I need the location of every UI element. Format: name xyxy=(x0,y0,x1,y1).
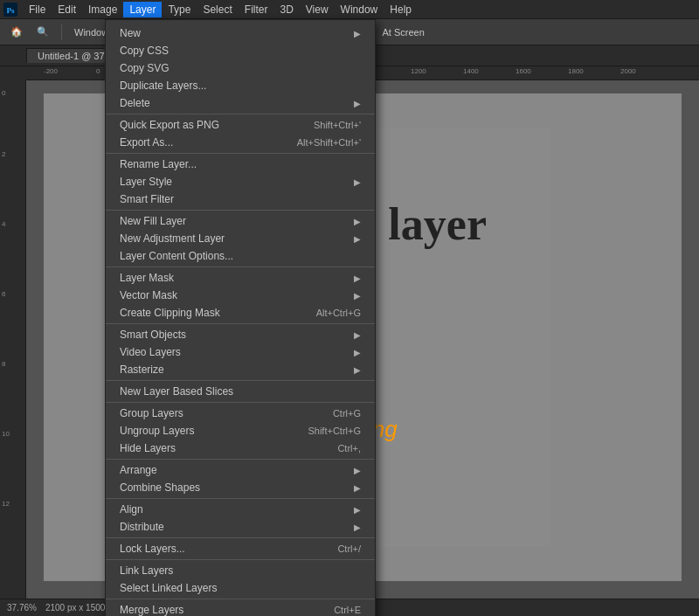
menu-item-clipping-mask[interactable]: Create Clipping Mask Alt+Ctrl+G xyxy=(106,304,375,322)
svg-text:Ps: Ps xyxy=(7,6,15,15)
menu-item-layer-mask[interactable]: Layer Mask ▶ xyxy=(106,269,375,287)
ruler-vmark: 0 xyxy=(2,89,5,97)
menu-filter[interactable]: Filter xyxy=(239,2,274,17)
ruler-mark: 1800 xyxy=(568,67,584,75)
menu-item-select-linked[interactable]: Select Linked Layers xyxy=(106,579,375,597)
menu-item-layer-style[interactable]: Layer Style ▶ xyxy=(106,173,375,190)
menu-item-new[interactable]: New ▶ xyxy=(106,24,375,42)
menu-item-copy-svg[interactable]: Copy SVG xyxy=(106,59,375,77)
menu-item-new-adjustment[interactable]: New Adjustment Layer ▶ xyxy=(106,230,375,247)
menu-section-8: Group Layers Ctrl+G Ungroup Layers Shift… xyxy=(106,403,375,460)
menu-section-2: Quick Export as PNG Shift+Ctrl+' Export … xyxy=(106,114,375,154)
ruler-vmark: 6 xyxy=(2,290,5,298)
menu-item-new-fill[interactable]: New Fill Layer ▶ xyxy=(106,212,375,230)
home-button[interactable]: 🏠 xyxy=(5,24,28,39)
menu-3d[interactable]: 3D xyxy=(273,2,299,17)
menu-item-new-layer-slices[interactable]: New Layer Based Slices xyxy=(106,383,375,400)
ruler-vmark: 12 xyxy=(2,500,10,508)
ruler-vmark: 10 xyxy=(2,430,10,438)
menu-item-lock-layers[interactable]: Lock Layers... Ctrl+/ xyxy=(106,540,375,557)
menu-section-3: Rename Layer... Layer Style ▶ Smart Filt… xyxy=(106,154,375,211)
menu-item-distribute[interactable]: Distribute ▶ xyxy=(106,518,375,536)
menu-item-video-layers[interactable]: Video Layers ▶ xyxy=(106,343,375,361)
ruler-vmark: 2 xyxy=(2,150,5,158)
toolbar-separator xyxy=(61,24,62,40)
ruler-mark: -200 xyxy=(44,67,58,75)
menu-item-copy-css[interactable]: Copy CSS xyxy=(106,42,375,59)
menu-edit[interactable]: Edit xyxy=(52,2,82,17)
menu-item-delete[interactable]: Delete ▶ xyxy=(106,94,375,112)
menu-item-link-layers[interactable]: Link Layers xyxy=(106,562,375,579)
menu-help[interactable]: Help xyxy=(384,2,418,17)
menu-section-12: Link Layers Select Linked Layers xyxy=(106,560,375,599)
menu-section-13: Merge Layers Ctrl+E Merge Visible Shift+… xyxy=(106,599,375,616)
menu-item-ungroup-layers[interactable]: Ungroup Layers Shift+Ctrl+G xyxy=(106,422,375,440)
menu-window[interactable]: Window xyxy=(335,2,384,17)
menu-file[interactable]: File xyxy=(23,2,52,17)
layer-dropdown-menu: New ▶ Copy CSS Copy SVG Duplicate Layers… xyxy=(105,19,376,616)
menu-section-9: Arrange ▶ Combine Shapes ▶ xyxy=(106,460,375,499)
ruler-vmark: 8 xyxy=(2,360,5,368)
ruler-vmark: 4 xyxy=(2,220,5,228)
menu-item-rasterize[interactable]: Rasterize ▶ xyxy=(106,361,375,378)
menu-layer[interactable]: Layer xyxy=(123,2,162,17)
menu-view[interactable]: View xyxy=(300,2,335,17)
menu-section-11: Lock Layers... Ctrl+/ xyxy=(106,538,375,560)
menu-section-4: New Fill Layer ▶ New Adjustment Layer ▶ … xyxy=(106,211,375,267)
menu-item-align[interactable]: Align ▶ xyxy=(106,501,375,518)
menu-item-layer-content[interactable]: Layer Content Options... xyxy=(106,247,375,265)
ruler-mark: 2000 xyxy=(620,67,636,75)
ruler-mark: 1600 xyxy=(516,67,531,75)
at-screen-label: At Screen xyxy=(377,25,429,39)
app-icon: Ps xyxy=(3,3,17,17)
menu-item-smart-filter[interactable]: Smart Filter xyxy=(106,190,375,208)
menu-select[interactable]: Select xyxy=(197,2,238,17)
ruler-mark: 1400 xyxy=(463,67,479,75)
menu-section-10: Align ▶ Distribute ▶ xyxy=(106,499,375,538)
menu-section-1: New ▶ Copy CSS Copy SVG Duplicate Layers… xyxy=(106,23,375,114)
zoom-level: 37.76% xyxy=(7,603,37,613)
menu-item-vector-mask[interactable]: Vector Mask ▶ xyxy=(106,287,375,304)
menu-item-arrange[interactable]: Arrange ▶ xyxy=(106,461,375,479)
menu-item-group-layers[interactable]: Group Layers Ctrl+G xyxy=(106,405,375,422)
menu-section-5: Layer Mask ▶ Vector Mask ▶ Create Clippi… xyxy=(106,267,375,324)
menu-item-rename[interactable]: Rename Layer... xyxy=(106,156,375,173)
ruler-mark: 0 xyxy=(96,67,100,75)
menu-item-merge-layers[interactable]: Merge Layers Ctrl+E xyxy=(106,601,375,616)
ruler-vertical: 0 2 4 6 8 10 12 xyxy=(0,80,26,599)
ruler-mark: 1200 xyxy=(411,67,426,75)
menu-section-6: Smart Objects ▶ Video Layers ▶ Rasterize… xyxy=(106,324,375,381)
menu-item-duplicate[interactable]: Duplicate Layers... xyxy=(106,77,375,94)
menu-image[interactable]: Image xyxy=(82,2,123,17)
menu-section-7: New Layer Based Slices xyxy=(106,381,375,403)
menu-type[interactable]: Type xyxy=(162,2,197,17)
menu-bar: Ps File Edit Image Layer Type Select Fil… xyxy=(0,0,699,19)
menu-item-combine-shapes[interactable]: Combine Shapes ▶ xyxy=(106,479,375,496)
menu-item-export-as[interactable]: Export As... Alt+Shift+Ctrl+' xyxy=(106,134,375,151)
menu-item-hide-layers[interactable]: Hide Layers Ctrl+, xyxy=(106,440,375,457)
menu-item-quick-export[interactable]: Quick Export as PNG Shift+Ctrl+' xyxy=(106,116,375,134)
search-button[interactable]: 🔍 xyxy=(31,24,54,39)
menu-item-smart-objects[interactable]: Smart Objects ▶ xyxy=(106,326,375,343)
